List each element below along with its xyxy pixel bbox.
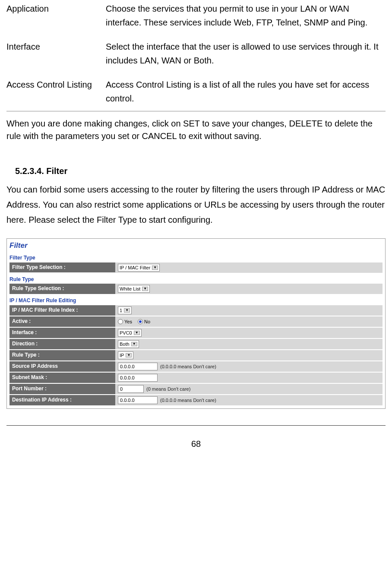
radio-label: No xyxy=(144,319,150,325)
active-yes-radio[interactable]: Yes xyxy=(118,319,132,325)
editing-heading: IP / MAC Filter Rule Editing xyxy=(9,297,383,304)
definition-desc: Access Control Listing is a list of all … xyxy=(106,76,386,109)
radio-icon xyxy=(138,319,143,324)
subnet-label: Subnet Mask : xyxy=(9,373,115,383)
rule-type-editing-row: Rule Type : IP ▼ xyxy=(9,350,383,360)
dest-ip-label: Destination IP Address : xyxy=(9,395,115,405)
filter-type-select[interactable]: IP / MAC Filter ▼ xyxy=(118,264,160,272)
chevron-down-icon: ▼ xyxy=(124,308,130,313)
direction-label: Direction : xyxy=(9,339,115,349)
filter-type-label: Filter Type Selection : xyxy=(9,262,115,273)
panel-title: Filter xyxy=(9,241,383,250)
direction-select[interactable]: Both ▼ xyxy=(118,340,139,348)
active-no-radio[interactable]: No xyxy=(138,319,150,325)
rule-index-select[interactable]: 1 ▼ xyxy=(118,307,132,314)
radio-icon xyxy=(118,319,123,324)
subnet-control xyxy=(115,373,383,383)
dest-ip-input[interactable] xyxy=(118,396,158,404)
source-ip-label: Source IP Address xyxy=(9,361,115,372)
rule-index-control: 1 ▼ xyxy=(115,305,383,316)
chevron-down-icon: ▼ xyxy=(152,266,158,270)
rule-type-control: White List ▼ xyxy=(115,284,383,294)
section-heading: 5.2.3.4. Filter xyxy=(15,164,386,178)
port-control: (0 means Don't care) xyxy=(115,384,383,394)
dest-ip-row: Destination IP Address : (0.0.0.0 means … xyxy=(9,395,383,405)
definition-term: Access Control Listing xyxy=(6,76,106,109)
source-ip-row: Source IP Address (0.0.0.0 means Don't c… xyxy=(9,361,383,372)
chevron-down-icon: ▼ xyxy=(126,353,132,357)
filter-type-control: IP / MAC Filter ▼ xyxy=(115,262,383,273)
page-number: 68 xyxy=(6,437,386,451)
rule-type-row: Rule Type Selection : White List ▼ xyxy=(9,284,383,294)
definition-row: Access Control Listing Access Control Li… xyxy=(6,76,386,109)
port-hint: (0 means Don't care) xyxy=(146,386,190,392)
port-row: Port Number : (0 means Don't care) xyxy=(9,384,383,394)
definition-row: Application Choose the services that you… xyxy=(6,0,386,38)
select-value: White List xyxy=(120,286,140,292)
rule-index-label: IP / MAC Filter Rule Index : xyxy=(9,305,115,316)
rule-type-label: Rule Type Selection : xyxy=(9,284,115,294)
chevron-down-icon: ▼ xyxy=(131,342,137,346)
interface-select[interactable]: PVC0 ▼ xyxy=(118,329,142,337)
chevron-down-icon: ▼ xyxy=(134,331,140,335)
select-value: PVC0 xyxy=(120,330,132,336)
divider xyxy=(6,111,386,111)
definition-term: Interface xyxy=(6,38,106,76)
subnet-input[interactable] xyxy=(118,374,158,382)
rule-type-editing-label: Rule Type : xyxy=(9,350,115,360)
rule-type-select[interactable]: White List ▼ xyxy=(118,285,150,293)
interface-label: Interface : xyxy=(9,328,115,338)
rule-type-heading: Rule Type xyxy=(9,276,383,283)
dest-ip-hint: (0.0.0.0 means Don't care) xyxy=(160,397,216,403)
rule-type-editing-select[interactable]: IP ▼ xyxy=(118,351,133,359)
definition-term: Application xyxy=(6,0,106,38)
chevron-down-icon: ▼ xyxy=(142,287,148,291)
filter-type-heading: Filter Type xyxy=(9,255,383,262)
source-ip-control: (0.0.0.0 means Don't care) xyxy=(115,361,383,372)
definition-row: Interface Select the interface that the … xyxy=(6,38,386,76)
filter-config-panel: Filter Filter Type Filter Type Selection… xyxy=(6,238,386,409)
definition-desc: Select the interface that the user is al… xyxy=(106,38,386,76)
port-input[interactable] xyxy=(118,385,144,393)
direction-control: Both ▼ xyxy=(115,339,383,349)
port-label: Port Number : xyxy=(9,384,115,394)
rule-type-editing-control: IP ▼ xyxy=(115,350,383,360)
dest-ip-control: (0.0.0.0 means Don't care) xyxy=(115,395,383,405)
rule-index-row: IP / MAC Filter Rule Index : 1 ▼ xyxy=(9,305,383,316)
source-ip-input[interactable] xyxy=(118,363,158,370)
footer-divider xyxy=(6,425,386,426)
radio-label: Yes xyxy=(124,319,132,325)
section-body: You can forbid some users accessing to t… xyxy=(6,182,386,228)
definition-desc: Choose the services that you permit to u… xyxy=(106,0,386,38)
select-value: IP / MAC Filter xyxy=(120,265,150,271)
active-label: Active : xyxy=(9,316,115,327)
direction-row: Direction : Both ▼ xyxy=(9,339,383,349)
active-control: Yes No xyxy=(115,316,383,327)
definition-table: Application Choose the services that you… xyxy=(6,0,386,109)
filter-type-row: Filter Type Selection : IP / MAC Filter … xyxy=(9,262,383,273)
interface-row: Interface : PVC0 ▼ xyxy=(9,328,383,338)
source-ip-hint: (0.0.0.0 means Don't care) xyxy=(160,364,216,370)
instruction-paragraph: When you are done making changes, click … xyxy=(6,117,386,142)
select-value: Both xyxy=(120,341,130,347)
select-value: 1 xyxy=(120,307,122,313)
interface-control: PVC0 ▼ xyxy=(115,328,383,338)
active-row: Active : Yes No xyxy=(9,316,383,327)
select-value: IP xyxy=(120,352,124,358)
subnet-row: Subnet Mask : xyxy=(9,373,383,383)
